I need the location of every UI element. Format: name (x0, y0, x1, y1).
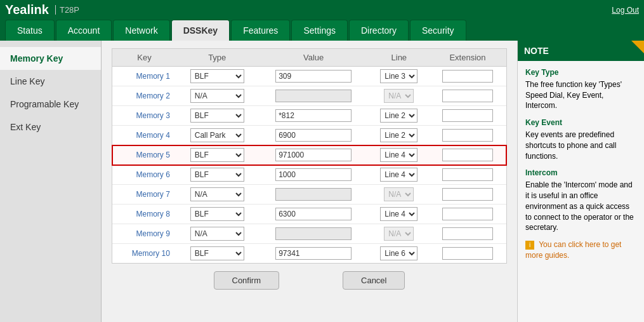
row-6-ext-input[interactable] (442, 188, 493, 201)
row-4-ext-cell (429, 145, 506, 165)
confirm-button[interactable]: Confirm (214, 271, 280, 290)
row-2-ext-cell (429, 106, 506, 126)
row-4-value-input[interactable] (275, 149, 352, 161)
table-row: Memory 6N/ABLFSpeed DialKey EventInterco… (112, 165, 506, 185)
logout-button[interactable]: Log Out (612, 6, 639, 15)
tab-settings[interactable]: Settings (291, 20, 348, 41)
row-1-ext-cell (429, 86, 506, 106)
row-8-ext-input[interactable] (442, 227, 493, 240)
sidebar-item-ext-key[interactable]: Ext Key (0, 116, 101, 138)
row-6-line-select[interactable]: N/A (384, 187, 414, 201)
row-2-line-select[interactable]: N/ALine 1Line 2Line 3Line 4Line 5Line 6 (380, 109, 417, 123)
row-7-ext-cell (429, 205, 506, 224)
sidebar-item-line-key[interactable]: Line Key (0, 70, 101, 93)
tab-network[interactable]: Network (113, 20, 169, 41)
row-7-value-cell (258, 205, 369, 224)
col-extension: Extension (429, 49, 506, 67)
row-8-type-select[interactable]: N/ABLFSpeed DialKey EventIntercomCall Pa… (190, 227, 244, 241)
row-0-value-input[interactable] (275, 70, 352, 83)
row-9-ext-cell (429, 244, 506, 264)
note-key-event: Key Event Key events are predefined shor… (525, 117, 636, 161)
row-7-value-input[interactable] (275, 208, 352, 220)
row-4-line-select[interactable]: N/ALine 1Line 2Line 3Line 4Line 5Line 6 (380, 148, 417, 162)
row-6-value-input[interactable] (275, 188, 352, 201)
row-6-value-cell (258, 185, 369, 205)
row-8-key: Memory 9 (112, 224, 176, 244)
row-5-value-input[interactable] (275, 168, 352, 181)
row-3-type-select[interactable]: N/ABLFSpeed DialKey EventIntercomCall Pa… (190, 128, 244, 142)
row-1-type-cell: N/ABLFSpeed DialKey EventIntercomCall Pa… (176, 86, 258, 106)
row-1-line-select[interactable]: N/A (384, 89, 414, 103)
tab-security[interactable]: Security (410, 20, 466, 41)
row-7-ext-input[interactable] (442, 208, 493, 220)
row-2-ext-input[interactable] (442, 109, 493, 122)
note-guide-link[interactable]: i You can click here to get more guides. (525, 239, 636, 261)
row-1-type-select[interactable]: N/ABLFSpeed DialKey EventIntercomCall Pa… (190, 89, 244, 103)
row-7-type-cell: N/ABLFSpeed DialKey EventIntercomCall Pa… (176, 205, 258, 224)
sidebar-item-programable-key[interactable]: Programable Key (0, 93, 101, 116)
table-row: Memory 9N/ABLFSpeed DialKey EventInterco… (112, 224, 506, 244)
tab-status[interactable]: Status (5, 20, 55, 41)
row-1-value-input[interactable] (275, 90, 352, 102)
table-row: Memory 1N/ABLFSpeed DialKey EventInterco… (112, 67, 506, 86)
row-5-type-select[interactable]: N/ABLFSpeed DialKey EventIntercomCall Pa… (190, 168, 244, 182)
row-3-key: Memory 4 (112, 126, 176, 145)
row-7-line-select[interactable]: N/ALine 1Line 2Line 3Line 4Line 5Line 6 (380, 207, 417, 221)
tab-dsskey[interactable]: DSSKey (171, 20, 230, 41)
tab-features[interactable]: Features (231, 20, 290, 41)
row-7-type-select[interactable]: N/ABLFSpeed DialKey EventIntercomCall Pa… (190, 207, 244, 221)
row-5-ext-input[interactable] (442, 168, 493, 181)
row-3-ext-input[interactable] (442, 129, 493, 142)
table-row: Memory 3N/ABLFSpeed DialKey EventInterco… (112, 106, 506, 126)
form-buttons: Confirm Cancel (112, 264, 507, 297)
row-5-line-select[interactable]: N/ALine 1Line 2Line 3Line 4Line 5Line 6 (380, 168, 417, 182)
row-8-type-cell: N/ABLFSpeed DialKey EventIntercomCall Pa… (176, 224, 258, 244)
row-5-line-cell: N/ALine 1Line 2Line 3Line 4Line 5Line 6 (369, 165, 429, 185)
row-3-value-cell (258, 126, 369, 145)
row-3-value-input[interactable] (275, 129, 352, 142)
tab-directory[interactable]: Directory (349, 20, 409, 41)
row-2-type-select[interactable]: N/ABLFSpeed DialKey EventIntercomCall Pa… (190, 109, 244, 123)
note-corner-decoration (631, 41, 644, 53)
logo: Yealink T28P (5, 3, 79, 17)
col-value: Value (258, 49, 369, 67)
row-2-key: Memory 3 (112, 106, 176, 126)
tab-account[interactable]: Account (56, 20, 112, 41)
row-0-line-cell: N/ALine 1Line 2Line 3Line 4Line 5Line 6 (369, 67, 429, 86)
row-0-value-cell (258, 67, 369, 86)
sidebar-item-memory-key[interactable]: Memory Key (0, 47, 101, 70)
note-guide-text[interactable]: You can click here to get more guides. (525, 240, 621, 260)
col-key: Key (112, 49, 176, 67)
row-9-value-input[interactable] (275, 247, 352, 260)
note-key-type-text: The free function key 'Types' Speed Dial… (525, 80, 622, 111)
row-7-line-cell: N/ALine 1Line 2Line 3Line 4Line 5Line 6 (369, 205, 429, 224)
note-key-event-text: Key events are predefined shortcuts to p… (525, 130, 616, 161)
row-9-line-select[interactable]: N/ALine 1Line 2Line 3Line 4Line 5Line 6 (380, 246, 417, 260)
row-9-type-select[interactable]: N/ABLFSpeed DialKey EventIntercomCall Pa… (190, 246, 244, 260)
row-3-ext-cell (429, 126, 506, 145)
row-8-line-select[interactable]: N/A (384, 227, 414, 241)
row-0-ext-input[interactable] (442, 70, 493, 83)
row-4-ext-input[interactable] (442, 149, 493, 161)
row-0-type-select[interactable]: N/ABLFSpeed DialKey EventIntercomCall Pa… (190, 69, 244, 83)
row-4-type-select[interactable]: N/ABLFSpeed DialKey EventIntercomCall Pa… (190, 148, 244, 162)
row-6-type-select[interactable]: N/ABLFSpeed DialKey EventIntercomCall Pa… (190, 187, 244, 201)
row-2-value-input[interactable] (275, 109, 352, 122)
cancel-button[interactable]: Cancel (343, 271, 405, 290)
row-3-line-select[interactable]: N/ALine 1Line 2Line 3Line 4Line 5Line 6 (380, 128, 417, 142)
row-4-line-cell: N/ALine 1Line 2Line 3Line 4Line 5Line 6 (369, 145, 429, 165)
row-9-type-cell: N/ABLFSpeed DialKey EventIntercomCall Pa… (176, 244, 258, 264)
row-8-value-cell (258, 224, 369, 244)
col-line: Line (369, 49, 429, 67)
brand-name: Yealink (5, 3, 49, 17)
note-guide-icon: i (525, 241, 534, 250)
row-8-value-input[interactable] (275, 227, 352, 240)
row-5-type-cell: N/ABLFSpeed DialKey EventIntercomCall Pa… (176, 165, 258, 185)
row-3-line-cell: N/ALine 1Line 2Line 3Line 4Line 5Line 6 (369, 126, 429, 145)
row-0-key: Memory 1 (112, 67, 176, 86)
table-row: Memory 4N/ABLFSpeed DialKey EventInterco… (112, 126, 506, 145)
row-0-line-select[interactable]: N/ALine 1Line 2Line 3Line 4Line 5Line 6 (380, 69, 417, 83)
row-1-ext-input[interactable] (442, 90, 493, 102)
note-intercom-text: Enable the 'Intercom' mode and it is use… (525, 180, 634, 232)
row-9-ext-input[interactable] (442, 247, 493, 260)
